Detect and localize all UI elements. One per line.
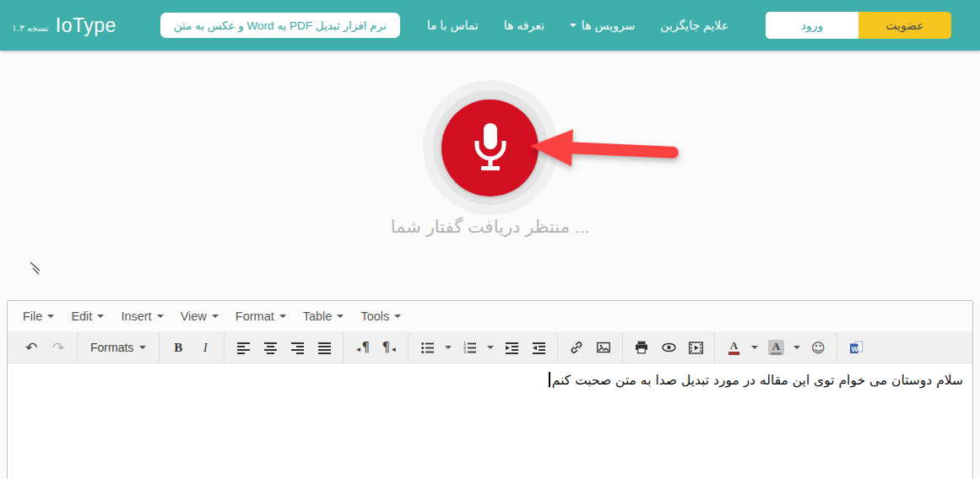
align-left-icon [237,342,250,354]
outdent-icon [506,342,518,354]
microphone-icon [471,121,510,175]
rtl-direction-button[interactable]: ¶◄ [376,336,402,359]
outdent-button[interactable] [499,336,524,359]
numbered-list-options-button[interactable] [484,336,497,359]
menu-label: File [23,309,42,323]
chevron-down-icon [279,315,286,318]
editor-text: سلام دوستان می خوام توی این مقاله در مور… [552,373,963,388]
bold-button[interactable]: B [165,336,191,359]
menu-insert[interactable]: Insert [112,304,171,328]
align-justify-icon [318,342,331,354]
chevron-down-icon [394,315,401,318]
mic-pulse-ring-outer [423,80,558,215]
numbered-list-icon: 1 2 3 [463,342,476,354]
nav-item-contact[interactable]: تماس با ما [427,19,479,32]
bullet-list-icon [421,342,434,354]
menu-label: Edit [71,309,92,323]
nav-item-pricing[interactable]: تعرفه ها [504,19,544,32]
chevron-down-icon [139,346,146,349]
redo-icon: ↷ [52,341,64,355]
chevron-down-icon [157,315,164,318]
ltr-direction-button[interactable]: ◄¶ [349,336,375,359]
print-button[interactable] [629,336,654,359]
menu-label: Format [236,309,274,323]
menu-file[interactable]: File [14,304,62,328]
paste-from-word-button[interactable]: W [843,336,869,359]
microphone-button[interactable] [441,100,539,196]
speech-capture-section: منتظر دریافت گفتار شما ... [0,51,980,300]
insert-image-button[interactable] [591,336,616,359]
eye-icon [662,341,676,354]
text-cursor [549,372,550,387]
chevron-down-icon [47,315,54,318]
login-button[interactable]: ورود [766,12,858,39]
menu-format[interactable]: Format [227,304,295,328]
undo-button[interactable]: ↶ [19,336,44,359]
align-center-icon [264,342,277,354]
rich-text-editor: File Edit Insert View Format Table Tools… [7,300,973,479]
menu-table[interactable]: Table [295,304,353,328]
redo-button[interactable]: ↷ [46,336,71,359]
signup-button[interactable]: عضویت [858,12,951,39]
menu-label: View [181,309,207,323]
bullet-list-button[interactable] [414,336,440,359]
indent-button[interactable] [526,336,551,359]
align-center-button[interactable] [257,336,283,359]
menu-label: Tools [360,309,389,323]
menu-view[interactable]: View [172,304,227,328]
mic-pulse-ring-inner [433,90,548,205]
align-left-button[interactable] [230,336,256,359]
media-icon [689,342,703,354]
align-right-icon [291,342,304,354]
insert-link-button[interactable] [564,336,589,359]
brand-version: نسخه ۱.۳ [12,23,49,34]
nav-item-services[interactable]: سرویس ها [570,19,636,32]
rtl-icon: ¶◄ [382,342,397,354]
pdf-tool-button[interactable]: نرم افزار تبدیل PDF به Word و عکس به متن [160,13,400,38]
background-color-options-button[interactable] [790,336,804,359]
link-icon [570,341,583,354]
undo-icon: ↶ [25,341,37,355]
formats-dropdown[interactable]: Formats [84,336,153,359]
chevron-down-icon [793,346,800,349]
text-color-button[interactable]: A [721,336,746,359]
emoticons-button[interactable]: ☺ [805,336,831,359]
auth-button-group: عضویت ورود [766,12,951,39]
chevron-down-icon [445,346,452,349]
background-color-icon: A [768,340,784,356]
align-right-button[interactable] [284,336,310,359]
chevron-down-icon [97,315,104,318]
menu-tools[interactable]: Tools [352,304,409,328]
image-icon [597,341,610,354]
chevron-down-icon [570,24,577,27]
text-color-options-button[interactable] [748,336,761,359]
word-document-icon: W [849,341,864,354]
menu-edit[interactable]: Edit [62,304,112,328]
print-icon [635,341,648,354]
brand-name: IoType [56,14,116,37]
brand-logo[interactable]: IoType نسخه ۱.۳ [12,14,116,37]
menu-label: Table [303,309,333,323]
chevron-down-icon [212,315,219,318]
status-text: منتظر دریافت گفتار شما ... [391,217,590,237]
italic-button[interactable]: I [192,336,218,359]
ltr-icon: ◄¶ [355,342,370,354]
numbered-list-button[interactable]: 1 2 3 [457,336,482,359]
background-color-button[interactable]: A [763,336,788,359]
diagonal-marks-icon [30,261,46,280]
nav-label: علایم جایگزین [660,19,728,32]
nav-item-replacement-symbols[interactable]: علایم جایگزین [660,19,728,32]
nav-label: تماس با ما [427,19,479,32]
insert-media-button[interactable] [683,336,708,359]
preview-button[interactable] [656,336,681,359]
chevron-down-icon [487,346,494,349]
bold-icon: B [174,341,182,355]
editor-content-area[interactable]: سلام دوستان می خوام توی این مقاله در مور… [8,363,972,397]
bullet-list-options-button[interactable] [441,336,455,359]
nav-label: تعرفه ها [504,19,544,32]
top-navbar: عضویت ورود علایم جایگزین سرویس ها تعرفه … [0,0,980,51]
text-color-icon: A [728,340,739,355]
editor-menubar: File Edit Insert View Format Table Tools [8,301,972,332]
svg-text:W: W [851,345,858,353]
align-justify-button[interactable] [311,336,337,359]
